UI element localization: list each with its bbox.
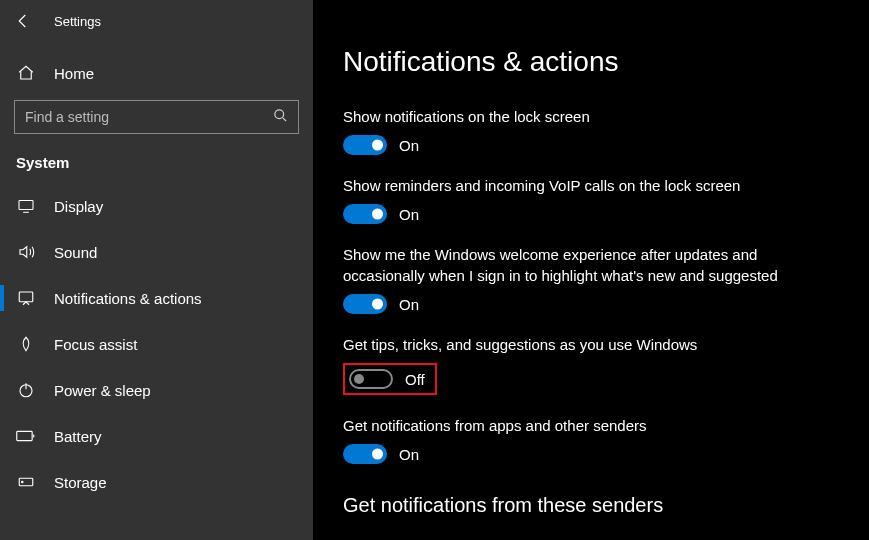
toggle-lock-notif[interactable] [343, 135, 387, 155]
highlight-box: Off [343, 363, 437, 395]
sidebar: Settings Home System Display Sound Not [0, 0, 313, 540]
nav-label: Focus assist [54, 336, 137, 353]
setting-welcome: Show me the Windows welcome experience a… [343, 244, 839, 314]
svg-point-0 [275, 109, 284, 118]
nav-battery[interactable]: Battery [0, 413, 313, 459]
page-title: Notifications & actions [343, 46, 839, 78]
battery-icon [16, 429, 36, 443]
nav-label: Battery [54, 428, 102, 445]
svg-rect-4 [17, 431, 32, 440]
setting-voip: Show reminders and incoming VoIP calls o… [343, 175, 839, 224]
setting-text: Get tips, tricks, and suggestions as you… [343, 334, 813, 355]
search-container [14, 100, 299, 134]
nav-notifications[interactable]: Notifications & actions [0, 275, 313, 321]
setting-apps: Get notifications from apps and other se… [343, 415, 839, 464]
toggle-state-label: On [399, 296, 419, 313]
toggle-state-label: On [399, 137, 419, 154]
toggle-state-label: On [399, 206, 419, 223]
titlebar: Settings [0, 0, 313, 42]
app-title: Settings [54, 14, 101, 29]
nav-focus[interactable]: Focus assist [0, 321, 313, 367]
nav-label: Storage [54, 474, 107, 491]
search-box[interactable] [14, 100, 299, 134]
notifications-icon [16, 289, 36, 307]
main-panel: Notifications & actions Show notificatio… [313, 0, 869, 540]
setting-text: Show notifications on the lock screen [343, 106, 813, 127]
nav-display[interactable]: Display [0, 183, 313, 229]
nav-sound[interactable]: Sound [0, 229, 313, 275]
focus-icon [16, 335, 36, 353]
setting-text: Get notifications from apps and other se… [343, 415, 813, 436]
toggle-tips[interactable] [349, 369, 393, 389]
home-label: Home [54, 65, 94, 82]
back-icon[interactable] [14, 12, 32, 30]
setting-text: Show reminders and incoming VoIP calls o… [343, 175, 813, 196]
nav-label: Sound [54, 244, 97, 261]
sound-icon [16, 243, 36, 261]
section-label: System [0, 134, 313, 183]
search-icon [273, 108, 288, 127]
toggle-apps[interactable] [343, 444, 387, 464]
nav-label: Power & sleep [54, 382, 151, 399]
home-icon [16, 64, 36, 82]
nav-label: Display [54, 198, 103, 215]
nav-label: Notifications & actions [54, 290, 202, 307]
nav-home[interactable]: Home [0, 52, 313, 94]
search-input[interactable] [25, 109, 273, 125]
setting-lock-notif: Show notifications on the lock screen On [343, 106, 839, 155]
svg-rect-2 [19, 292, 33, 302]
setting-text: Show me the Windows welcome experience a… [343, 244, 813, 286]
toggle-state-label: Off [405, 371, 425, 388]
toggle-welcome[interactable] [343, 294, 387, 314]
senders-heading: Get notifications from these senders [343, 494, 839, 517]
svg-rect-1 [19, 200, 33, 209]
display-icon [16, 199, 36, 213]
setting-tips: Get tips, tricks, and suggestions as you… [343, 334, 839, 395]
nav-power[interactable]: Power & sleep [0, 367, 313, 413]
toggle-voip[interactable] [343, 204, 387, 224]
storage-icon [16, 473, 36, 491]
toggle-state-label: On [399, 446, 419, 463]
svg-point-6 [22, 481, 24, 483]
nav-storage[interactable]: Storage [0, 459, 313, 505]
power-icon [16, 381, 36, 399]
